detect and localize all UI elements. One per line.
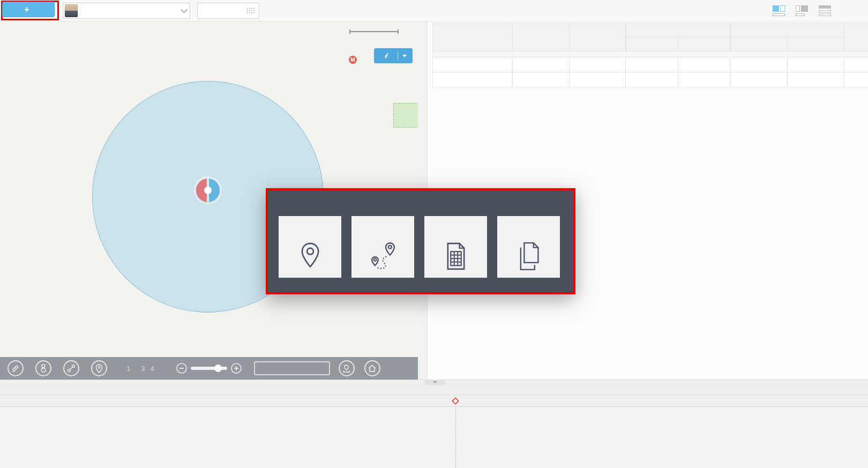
single-pin-icon [296, 241, 324, 271]
col-plan [626, 23, 730, 38]
arrived-cell [730, 57, 788, 72]
filler-cell [844, 72, 868, 87]
geocode-button[interactable] [339, 360, 355, 376]
task-row[interactable] [432, 57, 868, 72]
excel-file-icon [442, 241, 470, 271]
plan-to-cell [678, 57, 730, 72]
col-plan-from[interactable] [626, 38, 678, 51]
add-task-button[interactable]: + [2, 2, 55, 17]
numbered-stops-icon [39, 363, 48, 373]
status-cell [432, 57, 513, 72]
option-import-excel[interactable] [424, 216, 487, 278]
calendar-icon [246, 8, 255, 14]
col-fact [730, 23, 844, 38]
page-1[interactable]: 1 [126, 365, 130, 373]
view-toggle-map-table-icon[interactable] [772, 5, 787, 17]
page-4[interactable]: 4 [150, 365, 154, 373]
name-cell [513, 72, 570, 87]
current-time-line [455, 407, 456, 468]
route-share-button[interactable] [63, 360, 79, 376]
address-cell [570, 57, 626, 72]
address-search-input[interactable] [254, 361, 330, 375]
chevron-down-icon[interactable] [402, 55, 407, 57]
marker-button[interactable] [91, 360, 107, 376]
timeline-collapse-tab[interactable] [425, 380, 445, 385]
filler-cell [844, 57, 868, 72]
name-cell [513, 57, 570, 72]
add-task-modal [268, 190, 573, 292]
task-table [432, 23, 868, 87]
divider [398, 51, 398, 60]
chevron-down-icon [181, 6, 188, 13]
task-row[interactable] [432, 72, 868, 87]
option-single-task[interactable] [279, 216, 341, 278]
zoom-out-button[interactable] [176, 362, 188, 374]
employee-select[interactable] [63, 3, 190, 19]
col-status[interactable] [432, 23, 513, 51]
address-cell [570, 72, 626, 87]
arrived-cell [730, 72, 788, 87]
avatar [65, 4, 78, 17]
plan-to-cell [678, 72, 730, 87]
status-color-square [437, 62, 443, 68]
option-import-text[interactable] [497, 216, 560, 278]
metro-icon: М [349, 56, 357, 64]
navigate-button[interactable] [374, 48, 413, 63]
plan-from-cell [626, 72, 678, 87]
pin-icon [95, 364, 103, 373]
col-address[interactable] [570, 23, 626, 51]
zoom-slider-thumb[interactable] [214, 365, 222, 372]
navigation-arrow-icon [377, 51, 393, 61]
view-toggle-list-icon[interactable] [818, 5, 833, 17]
timeline-hour-row [0, 395, 868, 407]
pin-box-icon [342, 364, 351, 373]
annotation-modal [266, 188, 575, 294]
view-toggles [772, 5, 833, 17]
zoom-slider[interactable] [191, 367, 227, 370]
table-header-row-1 [432, 23, 868, 51]
chevron-down-icon [433, 381, 437, 383]
map-pager: 1 3 4 [121, 365, 160, 373]
col-fact-duration[interactable] [788, 38, 844, 51]
order-button[interactable] [35, 360, 51, 376]
timeline-bars [0, 407, 868, 430]
route-icon [368, 241, 398, 271]
duration-cell [788, 72, 844, 87]
col-fact-arrived[interactable] [730, 38, 788, 51]
option-route-task[interactable] [351, 216, 414, 278]
date-input[interactable] [197, 3, 259, 19]
top-toolbar: + [0, 0, 868, 21]
home-button[interactable] [364, 360, 380, 376]
status-cell [432, 72, 513, 87]
task-cluster-marker[interactable] [196, 179, 220, 202]
cluster-center-dot [204, 187, 212, 194]
page-3[interactable]: 3 [141, 365, 145, 373]
measure-button[interactable] [8, 360, 24, 376]
text-files-icon [515, 241, 543, 271]
timeline-panel [0, 380, 868, 468]
col-filler [844, 23, 868, 51]
group-header-row[interactable] [432, 51, 868, 57]
route-nodes-icon [67, 364, 76, 373]
map-control-bar: 1 3 4 [0, 357, 418, 380]
modal-title [268, 190, 573, 196]
col-name[interactable] [513, 23, 570, 51]
timeline-date-header [0, 383, 868, 395]
col-plan-to[interactable] [678, 38, 730, 51]
view-toggle-table-icon[interactable] [795, 5, 810, 17]
scale-indicator [349, 29, 399, 34]
scale-imperial [349, 32, 399, 34]
zoom-in-button[interactable] [230, 362, 242, 374]
status-color-square [437, 77, 443, 83]
home-icon [368, 364, 377, 373]
map-park-area [393, 103, 418, 128]
modal-options [279, 216, 560, 278]
plan-from-cell [626, 57, 678, 72]
duration-cell [788, 57, 844, 72]
plus-icon: + [24, 5, 29, 14]
ruler-icon [11, 364, 20, 373]
